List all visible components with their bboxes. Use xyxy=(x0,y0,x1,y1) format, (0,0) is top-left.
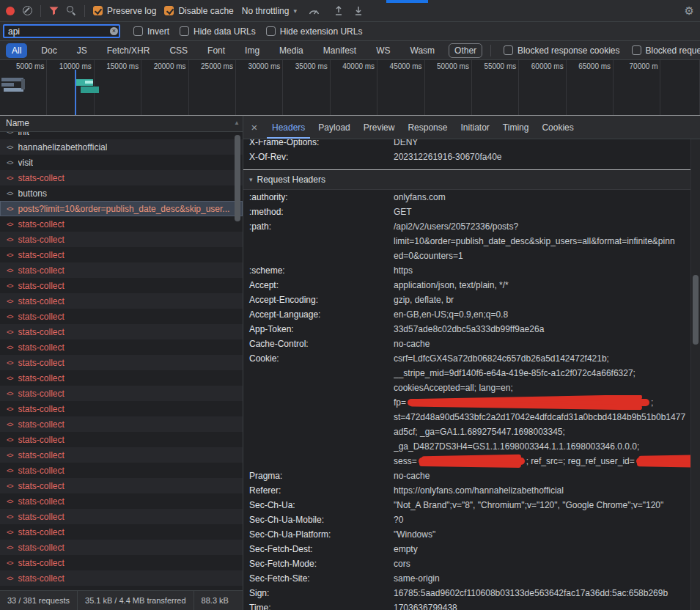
detail-scrollbar[interactable] xyxy=(690,139,700,610)
script-icon: <> xyxy=(7,529,13,536)
filter-checkbox-blocked-response-cookies[interactable]: Blocked response cookies xyxy=(504,45,619,56)
header-value: /api2/v2/users/20572336/posts?limit=10&o… xyxy=(394,219,691,263)
filter-pill-img[interactable]: Img xyxy=(239,43,265,58)
filter-pill-font[interactable]: Font xyxy=(202,43,231,58)
filter-pill-fetch-xhr[interactable]: Fetch/XHR xyxy=(101,43,156,58)
invert-checkbox[interactable]: Invert xyxy=(133,26,169,37)
filter-pill-wasm[interactable]: Wasm xyxy=(405,43,441,58)
script-icon: <> xyxy=(7,375,13,382)
request-row[interactable]: <>stats-collect xyxy=(0,432,243,447)
request-row[interactable]: <>stats-collect xyxy=(0,216,243,232)
name-column-header[interactable]: Name xyxy=(0,116,243,132)
filter-input[interactable] xyxy=(3,24,120,38)
request-row[interactable]: <>stats-collect xyxy=(0,401,243,416)
request-row[interactable]: <>stats-collect xyxy=(0,170,243,185)
request-row[interactable]: <>stats-collect xyxy=(0,478,243,493)
hide-extension-urls-checkbox[interactable]: Hide extension URLs xyxy=(266,26,363,37)
record-button[interactable] xyxy=(6,7,15,15)
gear-icon[interactable]: ⚙ xyxy=(685,4,694,18)
filter-pill-other[interactable]: Other xyxy=(449,43,482,58)
header-value-line: DENY xyxy=(394,139,691,150)
filter-input-wrap: × xyxy=(3,24,120,38)
hide-data-urls-checkbox[interactable]: Hide data URLs xyxy=(180,26,256,37)
network-overview[interactable]: 5000 ms10000 ms15000 ms20000 ms25000 ms3… xyxy=(0,60,700,116)
detail-tabs: HeadersPayloadPreviewResponseInitiatorTi… xyxy=(265,116,581,139)
request-row[interactable]: <>stats-collect xyxy=(0,386,243,401)
header-value-line: https://onlyfans.com/hannahelizabethoffi… xyxy=(394,483,691,498)
filter-pill-css[interactable]: CSS xyxy=(163,43,194,58)
request-row[interactable]: <>stats-collect xyxy=(0,370,243,386)
tab-payload[interactable]: Payload xyxy=(313,116,355,139)
request-row[interactable]: <>stats-collect xyxy=(0,293,243,309)
search-icon[interactable] xyxy=(67,6,76,15)
request-list-scrollbar[interactable] xyxy=(234,132,242,590)
overview-time-label: 50000 ms xyxy=(425,60,471,70)
checkbox-label: Blocked requests xyxy=(646,45,700,56)
tab-timing[interactable]: Timing xyxy=(498,116,534,139)
filter-pill-doc[interactable]: Doc xyxy=(35,43,62,58)
request-row[interactable]: <>buttons xyxy=(0,185,243,201)
request-row[interactable]: <>stats-collect xyxy=(0,232,243,247)
request-row[interactable]: <>stats-collect xyxy=(0,463,243,478)
throttling-dropdown[interactable]: No throttling ▾ xyxy=(242,6,297,16)
filter-toggle-icon[interactable] xyxy=(49,7,59,15)
import-har-icon[interactable] xyxy=(334,6,343,15)
scrollbar-thumb[interactable] xyxy=(235,135,240,221)
header-value-line: st=472d48a90d5433bfc2a2d17042e4dfdcafd31… xyxy=(394,410,691,425)
tab-cookies[interactable]: Cookies xyxy=(537,116,578,139)
request-row[interactable]: <>stats-collect xyxy=(0,278,243,293)
tab-response[interactable]: Response xyxy=(402,116,452,139)
request-row[interactable]: <>visit xyxy=(0,155,243,170)
request-row[interactable]: <>stats-collect xyxy=(0,355,243,370)
request-row[interactable]: <>stats-collect xyxy=(0,493,243,509)
overview-bar xyxy=(1,83,14,87)
header-name: :authority: xyxy=(243,190,394,205)
request-name: stats-collect xyxy=(18,235,65,245)
request-row[interactable]: <>stats-collect xyxy=(0,339,243,355)
scrollbar-thumb[interactable] xyxy=(693,275,699,345)
filter-pill-media[interactable]: Media xyxy=(273,43,309,58)
script-icon: <> xyxy=(7,575,13,582)
header-value-line: https xyxy=(394,263,691,278)
header-name: Sec-Fetch-Site: xyxy=(243,571,394,586)
tab-preview[interactable]: Preview xyxy=(358,116,400,139)
tab-headers[interactable]: Headers xyxy=(267,116,310,139)
request-row[interactable]: <>stats-collect xyxy=(0,570,243,586)
filter-checkbox-blocked-requests[interactable]: Blocked requests xyxy=(632,45,700,56)
request-row[interactable]: <>stats-collect xyxy=(0,555,243,570)
clear-button[interactable] xyxy=(23,6,32,15)
filter-pill-ws[interactable]: WS xyxy=(370,43,396,58)
request-row[interactable]: <>posts?limit=10&order=publish_date_desc… xyxy=(0,201,243,216)
request-row[interactable]: <>hannahelizabethofficial xyxy=(0,139,243,155)
request-row[interactable]: <>stats-collect xyxy=(0,324,243,339)
request-headers-section-header[interactable]: ▾ Request Headers xyxy=(243,170,691,190)
close-detail-icon[interactable]: × xyxy=(243,116,265,139)
header-value-line: 202312261916-30670fa40e xyxy=(394,150,691,164)
filter-pill-js[interactable]: JS xyxy=(71,43,93,58)
tab-initiator[interactable]: Initiator xyxy=(455,116,494,139)
header-value-text: ; xyxy=(651,397,653,408)
request-row[interactable]: <>stats-collect xyxy=(0,262,243,278)
request-row[interactable]: <>stats-collect xyxy=(0,309,243,324)
request-row[interactable]: <>init xyxy=(0,132,243,139)
preserve-log-checkbox[interactable]: Preserve log xyxy=(93,6,156,16)
filter-pill-all[interactable]: All xyxy=(6,43,27,58)
request-row[interactable]: <>stats-collect xyxy=(0,540,243,555)
request-row[interactable]: <>stats-collect xyxy=(0,416,243,432)
disable-cache-checkbox[interactable]: Disable cache xyxy=(164,6,233,16)
network-conditions-icon[interactable] xyxy=(308,6,320,15)
request-row[interactable]: <>stats-collect xyxy=(0,524,243,540)
request-row[interactable]: <>stats-collect xyxy=(0,586,243,590)
filter-pill-manifest[interactable]: Manifest xyxy=(317,43,362,58)
request-row[interactable]: <>stats-collect xyxy=(0,447,243,463)
request-row[interactable]: <>stats-collect xyxy=(0,247,243,262)
checkbox-icon xyxy=(180,26,189,36)
request-row[interactable]: <>stats-collect xyxy=(0,509,243,524)
header-value-line: "Not_A Brand";v="8", "Chromium";v="120",… xyxy=(394,498,691,512)
redaction-scribble xyxy=(419,457,525,465)
scroll-up-icon[interactable]: ▲ xyxy=(234,120,240,126)
request-name: stats-collect xyxy=(18,558,65,568)
export-har-icon[interactable] xyxy=(354,6,363,15)
clear-filter-icon[interactable]: × xyxy=(110,27,118,35)
request-name: stats-collect xyxy=(18,450,65,460)
